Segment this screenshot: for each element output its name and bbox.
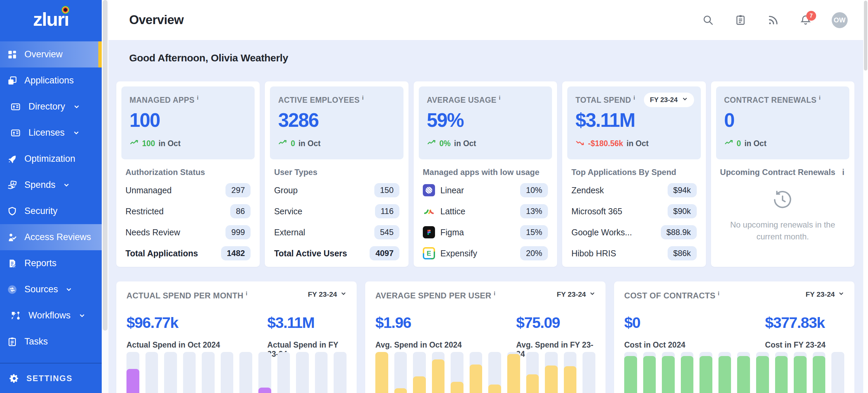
value-pill: $94k [668,183,697,197]
sidebar-item-licenses[interactable]: Licenses [0,120,102,146]
sidebar-item-spends[interactable]: Spends [0,172,102,198]
list-item: Service116 [274,201,399,222]
sidebar-item-reports[interactable]: Reports [0,250,102,276]
bar-track [315,352,328,393]
bar-track [277,352,290,393]
section-title: Top Applications By Spend [571,168,696,177]
card-label: MANAGED APPSi [130,95,246,105]
sidebar-item-label: Overview [24,49,63,60]
sidebar-item-applications[interactable]: Applications [0,67,102,94]
bar-track [394,352,407,393]
content-area: Good Afternoon, Olivia Weatherly MANAGED… [108,40,863,393]
fiscal-year-dropdown[interactable]: FY 23-24 [644,93,694,107]
bar-track [718,352,731,393]
info-icon[interactable]: i [718,290,719,297]
primary-label: Cost in Oct 2024 [624,340,765,350]
trend-value: 0 [737,139,741,148]
list-item: External545 [274,222,399,243]
sidebar-item-access-reviews[interactable]: Access Reviews [0,224,102,250]
sidebar-item-security[interactable]: Security [0,198,102,224]
sidebar-item-label: Optimization [24,154,75,164]
bar-fill [394,388,407,393]
sidebar-scrollbar [102,0,108,393]
sidebar-item-directory[interactable]: Directory [0,94,102,120]
clipboard-icon[interactable] [734,14,747,26]
avatar[interactable]: OW [832,12,848,28]
sidebar-item-workflows[interactable]: Workflows [0,302,102,329]
average-spend-per-user-card: AVERAGE SPEND PER USERi FY 23-24 $1.96 A… [365,281,606,393]
card-label: AVERAGE USAGEi [427,95,544,105]
chevron-down-icon [63,182,70,189]
info-icon[interactable]: i [197,95,199,101]
trend-suffix: in Oct [298,139,320,148]
contract-renewals-panel: CONTRACT RENEWALSi 0 0 in Oct [716,86,849,159]
info-icon[interactable]: i [499,95,500,101]
card-value: $3.11M [575,109,692,131]
info-icon[interactable]: i [819,95,821,101]
bar-fill [813,356,826,393]
bar-fill [126,369,139,393]
sidebar-item-label: Applications [24,75,74,86]
list-item: Zendesk$94k [571,180,696,201]
sidebar-item-label: Licenses [28,127,65,138]
sidebar-scrollbar-thumb[interactable] [103,0,107,331]
fiscal-year-dropdown[interactable]: FY 23-24 [806,290,844,298]
info-icon[interactable]: i [494,290,495,297]
fiscal-year-dropdown[interactable]: FY 23-24 [308,290,347,298]
list-item: EExpensify 20% [423,243,548,264]
info-icon[interactable]: i [362,95,364,101]
value-pill: 150 [374,183,399,197]
empty-message: No upcoming renewals in the current mont… [722,219,844,243]
bar-track [813,352,826,393]
page-scrollbar-thumb[interactable] [864,1,867,71]
contracts-cost-bar-chart [624,352,844,393]
secondary-value: $377.83k [765,314,844,332]
sidebar-item-settings[interactable]: SETTINGS [0,363,102,393]
bar-track [334,352,347,393]
list-item: Linear 10% [423,180,548,201]
sidebar-item-sources[interactable]: Sources [0,276,102,302]
trend-value: 0 [291,139,295,148]
info-icon[interactable]: i [246,290,248,297]
bar-track [643,352,656,393]
applications-icon [7,75,18,86]
bar-fill [564,366,577,393]
bar-track [375,352,388,393]
fiscal-year-dropdown[interactable]: FY 23-24 [557,290,595,298]
sidebar-item-optimization[interactable]: Optimization [0,146,102,172]
value-pill: 10% [520,183,548,197]
sidebar: zlurı Overview Applications Directory [0,0,102,393]
notification-bell-icon[interactable]: 7 [799,14,812,26]
bar-track [296,352,309,393]
card-title: ACTUAL SPEND PER MONTHi [126,290,248,300]
bar-fill [413,376,426,393]
primary-value: $1.96 [375,314,516,332]
trend-suffix: in Oct [627,139,649,148]
notification-count-badge: 7 [806,11,816,21]
sidebar-item-label: Sources [24,284,58,295]
rss-feed-icon[interactable] [767,14,780,26]
sidebar-item-overview[interactable]: Overview [0,41,102,67]
list-item: Lattice 13% [423,201,548,222]
info-icon[interactable]: i [842,168,845,177]
trend-suffix: in Oct [158,139,180,148]
renewals-empty-state: No upcoming renewals in the current mont… [716,189,849,243]
bar-track [564,352,577,393]
managed-apps-panel: MANAGED APPSi 100 100 in Oct [121,86,255,159]
actual-spend-per-month-card: ACTUAL SPEND PER MONTHi FY 23-24 $96.77k… [116,281,357,393]
rocket-icon [7,154,18,164]
sidebar-item-tasks[interactable]: Tasks [0,329,102,355]
bar-track [470,352,482,393]
total-spend-card: TOTAL SPENDi FY 23-24 $3.11M -$180.56k i… [562,81,706,267]
secondary-value: $3.11M [267,314,347,332]
active-employees-card: ACTIVE EMPLOYEESi 3286 0 in Oct User Typ… [265,81,408,267]
average-usage-panel: AVERAGE USAGEi 59% 0% in Oct [419,86,552,159]
main-area: Overview 7 OW Good Afternoon, Olivia Wea… [108,0,863,393]
sidebar-item-label: Security [24,206,58,216]
search-icon[interactable] [702,14,714,26]
info-icon[interactable]: i [633,95,635,101]
gear-icon [9,373,20,384]
card-value: 0 [724,109,841,131]
bar-track [202,352,215,393]
value-pill: 116 [375,204,399,218]
